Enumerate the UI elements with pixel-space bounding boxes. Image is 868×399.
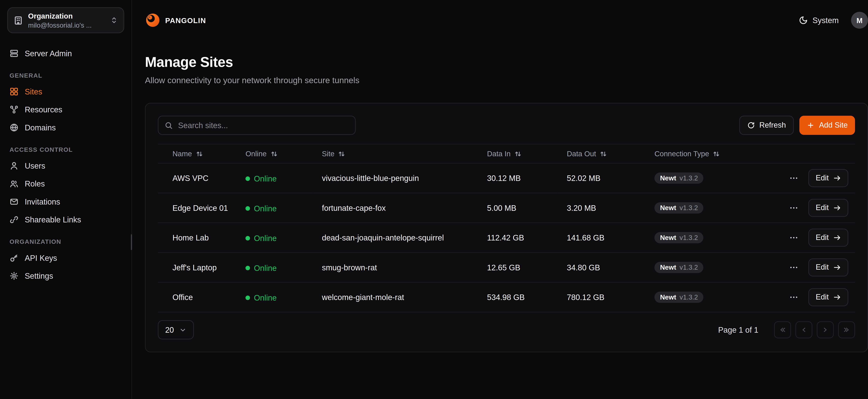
row-menu-button[interactable] [787,201,801,215]
sort-by-connection-type-button[interactable]: Connection Type [654,150,720,158]
sidebar-item-invitations[interactable]: Invitations [7,193,124,211]
sidebar-resize-handle[interactable] [131,234,132,250]
column-header-data-out: Data Out [567,150,596,158]
theme-toggle-button[interactable]: System [799,16,839,25]
sidebar-item-resources[interactable]: Resources [7,100,124,119]
section-label-organization: ORGANIZATION [9,238,122,245]
search-box[interactable] [158,116,355,135]
org-switcher-subtitle: milo@fossorial.io's ... [28,21,105,29]
refresh-label: Refresh [759,122,786,129]
table-footer: 20 Page 1 of 1 [158,320,855,339]
page-title: Manage Sites [145,54,868,70]
next-page-button[interactable] [817,321,834,338]
row-actions-cell: Edit [778,193,855,223]
edit-site-button[interactable]: Edit [808,258,848,277]
topbar-right: System M [799,12,868,29]
page-size-value: 20 [165,326,174,334]
sidebar-item-label: Invitations [25,198,60,206]
online-label: Online [254,204,277,213]
search-input[interactable] [178,121,349,130]
first-page-button[interactable] [774,321,791,338]
row-menu-button[interactable] [787,261,801,274]
pagination-controls: Page 1 of 1 [718,321,855,338]
arrow-right-icon [833,174,841,182]
online-dot-icon [245,176,250,181]
sort-icon [196,150,203,157]
sort-by-name-button[interactable]: Name [173,150,203,158]
row-menu-button[interactable] [787,231,801,244]
connection-type-version: v1.3.2 [679,175,698,181]
connection-type-name: Newt [660,294,676,301]
connection-type-cell: Newt v1.3.2 [646,253,778,282]
ellipsis-icon [789,203,798,212]
edit-site-button[interactable]: Edit [808,288,848,306]
sidebar-item-label: Shareable Links [25,216,81,224]
connection-type-cell: Newt v1.3.2 [646,193,778,223]
pager [774,321,855,338]
sidebar-item-domains[interactable]: Domains [7,119,124,136]
edit-site-button[interactable]: Edit [808,199,848,217]
sort-by-data-in-button[interactable]: Data In [487,150,521,158]
connection-type-cell: Newt v1.3.2 [646,163,778,193]
sidebar-item-sites[interactable]: Sites [7,83,124,101]
sidebar-nav: Server Admin GENERAL Sites Resources Do [7,44,124,285]
row-menu-button[interactable] [787,172,801,185]
sidebar-item-api-keys[interactable]: API Keys [7,249,124,267]
edit-site-button[interactable]: Edit [808,169,848,187]
sidebar-item-label: Resources [25,105,62,113]
connection-type-version: v1.3.2 [679,205,698,211]
sidebar-item-users[interactable]: Users [7,157,124,175]
site-name-cell: Home Lab [158,223,237,253]
column-header-online: Online [245,150,267,158]
org-switcher[interactable]: Organization milo@fossorial.io's ... [7,7,124,33]
arrow-right-icon [833,234,841,242]
row-actions-cell: Edit [778,223,855,253]
site-name-cell: AWS VPC [158,163,237,193]
arrow-right-icon [833,293,841,301]
edit-label: Edit [816,174,829,182]
add-site-button[interactable]: Add Site [799,116,855,135]
last-page-button[interactable] [838,321,855,338]
site-slug-cell: smug-brown-rat [313,253,478,282]
users-icon [9,179,19,188]
sidebar-item-shareable-links[interactable]: Shareable Links [7,211,124,229]
sort-by-data-out-button[interactable]: Data Out [567,150,607,158]
row-menu-button[interactable] [787,290,801,304]
organization-icon [13,16,23,25]
org-switcher-title: Organization [28,11,105,20]
refresh-button[interactable]: Refresh [739,116,794,135]
mail-icon [9,197,19,206]
table-row: Office Online welcome-giant-mole-rat 534… [158,282,855,312]
edit-site-button[interactable]: Edit [808,229,848,247]
edit-label: Edit [816,204,829,212]
refresh-icon [747,121,755,129]
previous-page-button[interactable] [796,321,812,338]
data-out-cell: 141.68 GB [558,223,646,253]
online-status: Online [245,234,277,243]
sidebar-item-settings[interactable]: Settings [7,267,124,285]
column-header-name: Name [173,150,192,158]
data-in-cell: 12.65 GB [478,253,558,282]
row-actions-cell: Edit [778,163,855,193]
online-status: Online [245,174,277,183]
edit-label: Edit [816,264,829,271]
connection-type-version: v1.3.2 [679,264,698,271]
online-dot-icon [245,266,250,270]
sort-by-site-button[interactable]: Site [322,150,345,158]
sites-table-body: AWS VPC Online vivacious-little-blue-pen… [158,163,855,312]
online-status-cell: Online [237,253,313,282]
user-avatar[interactable]: M [851,12,868,29]
site-slug-cell: welcome-giant-mole-rat [313,282,478,312]
online-dot-icon [245,295,250,300]
sidebar-item-server-admin[interactable]: Server Admin [7,44,124,62]
data-in-cell: 5.00 MB [478,193,558,223]
online-status-cell: Online [237,282,313,312]
page-size-select[interactable]: 20 [158,320,193,339]
sidebar-item-roles[interactable]: Roles [7,175,124,193]
chevron-down-icon [179,326,186,333]
data-out-cell: 52.02 MB [558,163,646,193]
sort-by-online-button[interactable]: Online [245,150,277,158]
connection-type-cell: Newt v1.3.2 [646,223,778,253]
connection-type-version: v1.3.2 [679,234,698,241]
column-header-data-in: Data In [487,150,511,158]
